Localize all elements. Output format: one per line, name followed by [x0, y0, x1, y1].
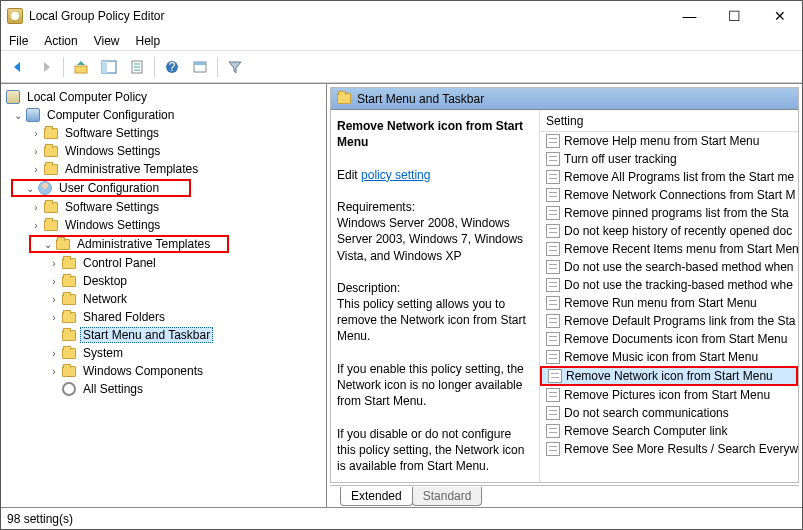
- expand-icon[interactable]: ›: [47, 312, 61, 323]
- properties-button[interactable]: [189, 56, 211, 78]
- settings-column: Setting Remove Help menu from Start Menu…: [539, 110, 798, 482]
- help-button[interactable]: ?: [161, 56, 183, 78]
- tree-node[interactable]: ›Network: [1, 290, 326, 308]
- expand-icon[interactable]: ›: [47, 258, 61, 269]
- setting-icon: [546, 242, 560, 256]
- tree-node[interactable]: ›Software Settings: [1, 198, 326, 216]
- menu-help[interactable]: Help: [136, 34, 161, 48]
- tree-node-computer-config[interactable]: ⌄ Computer Configuration: [1, 106, 326, 124]
- setting-item[interactable]: Do not keep history of recently opened d…: [540, 222, 798, 240]
- setting-icon: [546, 152, 560, 166]
- expand-icon[interactable]: ›: [29, 220, 43, 231]
- tree-node[interactable]: ›Windows Settings: [1, 142, 326, 160]
- window-controls: — ☐ ✕: [667, 1, 802, 31]
- statusbar: 98 setting(s): [1, 507, 802, 529]
- setting-icon: [546, 406, 560, 420]
- setting-item[interactable]: Remove See More Results / Search Everywh: [540, 440, 798, 458]
- up-button[interactable]: [70, 56, 92, 78]
- setting-item[interactable]: Do not use the tracking-based method whe: [540, 276, 798, 294]
- setting-item[interactable]: Turn off user tracking: [540, 150, 798, 168]
- window: Local Group Policy Editor — ☐ ✕ File Act…: [0, 0, 803, 530]
- tree-node[interactable]: ›Windows Settings: [1, 216, 326, 234]
- tree-node[interactable]: ›Administrative Templates: [1, 160, 326, 178]
- setting-icon: [546, 388, 560, 402]
- expand-icon[interactable]: ›: [29, 164, 43, 175]
- expand-icon[interactable]: ›: [29, 202, 43, 213]
- setting-label: Remove Pictures icon from Start Menu: [564, 388, 770, 402]
- setting-item[interactable]: Do not search communications: [540, 404, 798, 422]
- back-button[interactable]: [7, 56, 29, 78]
- svg-rect-0: [75, 66, 87, 73]
- tree-node-admin-templates[interactable]: ⌄ Administrative Templates: [29, 235, 229, 253]
- folder-icon: [61, 292, 77, 306]
- filter-button[interactable]: [224, 56, 246, 78]
- edit-label: Edit: [337, 168, 358, 182]
- expand-icon[interactable]: ›: [47, 366, 61, 377]
- tree-node[interactable]: ›Software Settings: [1, 124, 326, 142]
- detail-pane: Start Menu and Taskbar Remove Network ic…: [327, 84, 802, 507]
- tree-node[interactable]: ›Control Panel: [1, 254, 326, 272]
- tree-label: Computer Configuration: [44, 108, 177, 122]
- expand-icon[interactable]: ›: [47, 276, 61, 287]
- setting-item[interactable]: Remove Documents icon from Start Menu: [540, 330, 798, 348]
- setting-item[interactable]: Remove Search Computer link: [540, 422, 798, 440]
- setting-icon: [546, 332, 560, 346]
- close-button[interactable]: ✕: [757, 1, 802, 31]
- folder-icon: [61, 328, 77, 342]
- tree-label: Desktop: [80, 274, 130, 288]
- export-list-button[interactable]: [126, 56, 148, 78]
- expand-icon[interactable]: ›: [29, 146, 43, 157]
- console-tree[interactable]: Local Computer Policy ⌄ Computer Configu…: [1, 84, 327, 507]
- tree-label: User Configuration: [56, 181, 162, 195]
- setting-item[interactable]: Remove Run menu from Start Menu: [540, 294, 798, 312]
- tree-label: Software Settings: [62, 200, 162, 214]
- setting-item[interactable]: Remove Recent Items menu from Start Men: [540, 240, 798, 258]
- expand-icon[interactable]: ›: [47, 348, 61, 359]
- maximize-button[interactable]: ☐: [712, 1, 757, 31]
- setting-label: Remove Documents icon from Start Menu: [564, 332, 787, 346]
- tree-node[interactable]: ›System: [1, 344, 326, 362]
- expand-icon[interactable]: ›: [47, 294, 61, 305]
- setting-item[interactable]: Remove Music icon from Start Menu: [540, 348, 798, 366]
- tree-label: Shared Folders: [80, 310, 168, 324]
- setting-item[interactable]: Remove Default Programs link from the St…: [540, 312, 798, 330]
- edit-policy-link[interactable]: policy setting: [361, 168, 430, 182]
- tab-standard[interactable]: Standard: [412, 487, 483, 506]
- menu-file[interactable]: File: [9, 34, 28, 48]
- setting-label: Remove Default Programs link from the St…: [564, 314, 795, 328]
- setting-label: Remove Search Computer link: [564, 424, 727, 438]
- tree-node[interactable]: ›Shared Folders: [1, 308, 326, 326]
- tree-node[interactable]: ›Windows Components: [1, 362, 326, 380]
- tree-label: Network: [80, 292, 130, 306]
- setting-item[interactable]: Remove All Programs list from the Start …: [540, 168, 798, 186]
- tree-node[interactable]: ›Desktop: [1, 272, 326, 290]
- menu-view[interactable]: View: [94, 34, 120, 48]
- column-header-setting[interactable]: Setting: [540, 110, 798, 132]
- expand-icon[interactable]: ›: [29, 128, 43, 139]
- description-text-3: If you disable or do not configure this …: [337, 427, 524, 473]
- setting-item[interactable]: Remove Help menu from Start Menu: [540, 132, 798, 150]
- menu-action[interactable]: Action: [44, 34, 77, 48]
- setting-item[interactable]: Do not use the search-based method when: [540, 258, 798, 276]
- setting-item[interactable]: Remove Pictures icon from Start Menu: [540, 386, 798, 404]
- tree-node-user-config[interactable]: ⌄ User Configuration: [11, 179, 191, 197]
- folder-icon: [55, 237, 71, 251]
- expand-icon[interactable]: ⌄: [23, 183, 37, 194]
- setting-icon: [546, 206, 560, 220]
- show-hide-tree-button[interactable]: [98, 56, 120, 78]
- settings-list[interactable]: Remove Help menu from Start MenuTurn off…: [540, 132, 798, 482]
- tree-node[interactable]: All Settings: [1, 380, 326, 398]
- folder-icon: [43, 200, 59, 214]
- setting-icon: [546, 134, 560, 148]
- tree-node[interactable]: Start Menu and Taskbar: [1, 326, 326, 344]
- setting-item[interactable]: Remove Network icon from Start Menu: [540, 366, 798, 386]
- tab-extended[interactable]: Extended: [340, 487, 413, 506]
- setting-item[interactable]: Remove pinned programs list from the Sta: [540, 204, 798, 222]
- forward-button[interactable]: [35, 56, 57, 78]
- tree-root[interactable]: Local Computer Policy: [1, 88, 326, 106]
- minimize-button[interactable]: —: [667, 1, 712, 31]
- expand-icon[interactable]: ⌄: [41, 239, 55, 250]
- expand-icon[interactable]: ⌄: [11, 110, 25, 121]
- setting-icon: [546, 314, 560, 328]
- setting-item[interactable]: Remove Network Connections from Start M: [540, 186, 798, 204]
